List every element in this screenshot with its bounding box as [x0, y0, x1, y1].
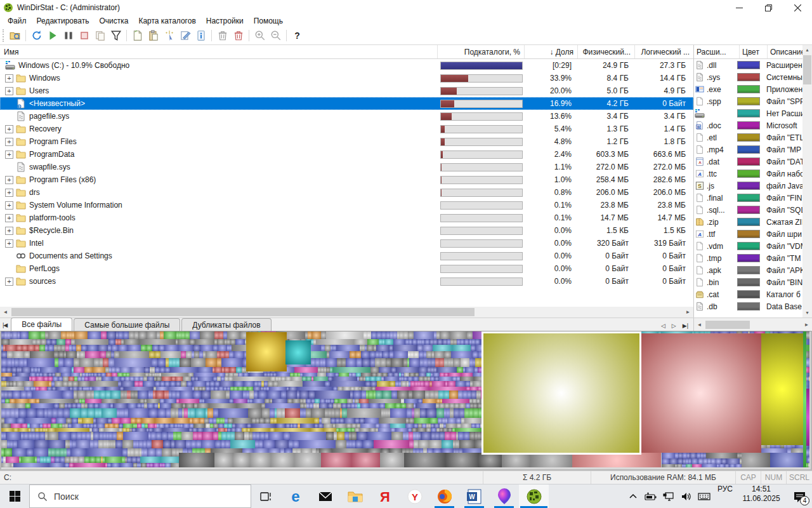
treemap-canvas[interactable]	[1, 331, 809, 467]
menu-item-5[interactable]: Настройки	[201, 16, 249, 26]
extension-row-14[interactable]: .zipСжатая ZIP	[694, 216, 802, 228]
column-header-name[interactable]: Имя	[0, 45, 438, 58]
edit-button[interactable]	[177, 28, 193, 43]
taskbar-app-mail[interactable]	[310, 485, 340, 508]
tree-row-9[interactable]: swapfile.sys1.1%272.0 МБ272.0 МБ	[0, 161, 693, 173]
refresh-button[interactable]	[29, 28, 44, 43]
scroll-left-arrow[interactable]: ◄	[694, 319, 705, 330]
tree-row-6[interactable]: +Recovery5.4%1.3 ГБ1.4 ГБ	[0, 123, 693, 135]
expand-toggle[interactable]: +	[5, 138, 13, 146]
extension-row-7[interactable]: .etlФайл "ETL	[694, 131, 802, 144]
column-header-physical[interactable]: Физический...	[578, 45, 635, 58]
expand-toggle[interactable]: +	[5, 74, 13, 83]
zoom-out-button[interactable]	[268, 28, 284, 43]
scroll-thumb[interactable]	[803, 55, 811, 84]
extension-row-16[interactable]: .vdmФайл "VDM	[694, 240, 802, 252]
help-button[interactable]: ?	[289, 28, 305, 43]
tab-scroll-arrow-3[interactable]: ▶|	[683, 323, 688, 329]
minimize-button[interactable]	[724, 0, 754, 15]
extension-row-11[interactable]: S.jsфайл Java	[694, 180, 802, 192]
tree-row-4[interactable]: ?<Неизвестный>16.9%4.2 ГБ0 Байт	[0, 97, 693, 110]
expand-toggle[interactable]: +	[5, 125, 13, 133]
tray-network-button[interactable]	[660, 485, 678, 508]
column-header-share[interactable]: ↓ Доля	[525, 45, 578, 58]
expand-toggle[interactable]: +	[5, 87, 13, 95]
expand-toggle[interactable]: +	[5, 176, 13, 184]
extension-row-15[interactable]: A.ttfФайл шри	[694, 228, 802, 240]
menu-item-3[interactable]: Очистка	[94, 16, 133, 26]
open-folder-button[interactable]	[7, 28, 23, 43]
extension-row-19[interactable]: .binФайл "BIN	[694, 276, 802, 288]
tab-1[interactable]: Все файлы	[11, 318, 72, 331]
taskbar-app-yandex-search[interactable]: Я	[370, 485, 400, 508]
toolbar-grip[interactable]	[3, 29, 6, 42]
extension-row-12[interactable]: .finalФайл "FIN	[694, 192, 802, 204]
taskbar-app-firefox[interactable]	[429, 485, 459, 508]
expand-toggle[interactable]: +	[5, 189, 13, 197]
action-center-button[interactable]: 4	[787, 485, 812, 508]
start-button[interactable]	[0, 485, 29, 508]
stop-button[interactable]	[76, 28, 92, 43]
column-header-extension[interactable]: Расши...	[694, 45, 740, 58]
tree-row-3[interactable]: +Users20.0%5.0 ГБ4.9 ГБ	[0, 84, 693, 97]
extension-row-10[interactable]: A.ttcФайл набо	[694, 168, 802, 180]
extension-row-5[interactable]: Нет Расши	[694, 107, 802, 119]
extension-row-3[interactable]: .exeПриложен	[694, 83, 802, 95]
extension-row-18[interactable]: .apkФайл "APK	[694, 264, 802, 276]
column-header-color[interactable]: Цвет	[740, 45, 768, 58]
resume-button[interactable]	[44, 28, 60, 43]
extension-row-9[interactable]: A.datФайл "DAT	[694, 156, 802, 168]
taskbar-app-windirstat[interactable]	[519, 485, 549, 508]
extension-row-20[interactable]: .catКаталог б	[694, 288, 802, 300]
info-button[interactable]	[193, 28, 209, 43]
wand-button[interactable]	[161, 28, 177, 43]
extension-row-8[interactable]: .mp4Файл "MP	[694, 144, 802, 156]
pause-button[interactable]	[60, 28, 76, 43]
scroll-left-arrow[interactable]: ◄	[0, 307, 11, 318]
scroll-right-arrow[interactable]: ►	[683, 307, 693, 318]
scroll-down-arrow[interactable]: ▾	[802, 308, 812, 318]
tree-row-10[interactable]: +Program Files (x86)1.0%258.4 МБ282.6 МБ	[0, 173, 693, 186]
tree-row-17[interactable]: PerfLogs0.0%0 Байт0 Байт	[0, 262, 693, 275]
tray-chevron-up-button[interactable]	[624, 485, 642, 508]
tree-row-12[interactable]: +System Volume Information0.1%23.8 МБ23.…	[0, 199, 693, 211]
menu-item-2[interactable]: Редактировать	[32, 16, 95, 26]
filter-button[interactable]	[108, 28, 124, 43]
tab-scroll-arrow-1[interactable]: ◁	[661, 323, 665, 329]
tab-nav-first-button[interactable]: |◀	[0, 322, 11, 331]
menu-item-1[interactable]: Файл	[3, 16, 32, 26]
restore-button[interactable]	[754, 0, 783, 15]
tree-row-11[interactable]: +drs0.8%206.0 МБ206.0 МБ	[0, 186, 693, 199]
tray-volume-button[interactable]	[678, 485, 695, 508]
taskbar-app-yandex-browser[interactable]: Y	[400, 485, 429, 508]
scroll-right-arrow[interactable]: ►	[801, 319, 812, 330]
trash-red-button[interactable]	[230, 28, 246, 43]
expand-toggle[interactable]: +	[5, 214, 13, 222]
tree-row-14[interactable]: +$Recycle.Bin0.0%1.5 КБ1.5 КБ	[0, 224, 693, 237]
scroll-thumb[interactable]	[11, 308, 475, 316]
taskbar-app-edge[interactable]: e	[280, 485, 310, 508]
paste-button[interactable]	[145, 28, 161, 43]
tree-row-15[interactable]: +Intel0.0%320 Байт319 Байт	[0, 237, 693, 250]
copy-button[interactable]	[92, 28, 108, 43]
extensions-horizontal-scrollbar[interactable]: ◄ ►	[694, 319, 812, 330]
extension-row-6[interactable]: W.docMicrosoft	[694, 119, 802, 131]
tree-row-16[interactable]: Documents and Settings0.0%0 Байт0 Байт	[0, 250, 693, 262]
task-view-button[interactable]	[251, 485, 280, 508]
tray-keyboard-button[interactable]	[695, 485, 713, 508]
clock[interactable]: 14:51 11.06.2025	[737, 485, 787, 508]
taskbar-app-word[interactable]: W	[459, 485, 489, 508]
tree-row-2[interactable]: +Windows33.9%8.4 ГБ14.4 ГБ	[0, 72, 693, 84]
tree-horizontal-scrollbar[interactable]: ◄ ►	[0, 307, 693, 318]
tree-row-18[interactable]: +sources0.0%0 Байт0 Байт	[0, 275, 693, 288]
extension-row-17[interactable]: .tmpФайл "TM	[694, 252, 802, 264]
taskbar-app-explorer[interactable]	[340, 485, 370, 508]
language-indicator[interactable]: РУС	[713, 485, 737, 508]
extensions-vertical-scrollbar[interactable]: ▴ ▾	[802, 45, 812, 318]
menu-item-6[interactable]: Помощь	[249, 16, 288, 26]
zoom-in-button[interactable]	[252, 28, 268, 43]
column-header-subdirs[interactable]: Подкаталоги, %	[438, 45, 525, 58]
expand-toggle[interactable]: +	[5, 239, 13, 248]
tab-scroll-arrow-2[interactable]: ▷	[672, 323, 676, 329]
new-doc-button[interactable]	[129, 28, 145, 43]
